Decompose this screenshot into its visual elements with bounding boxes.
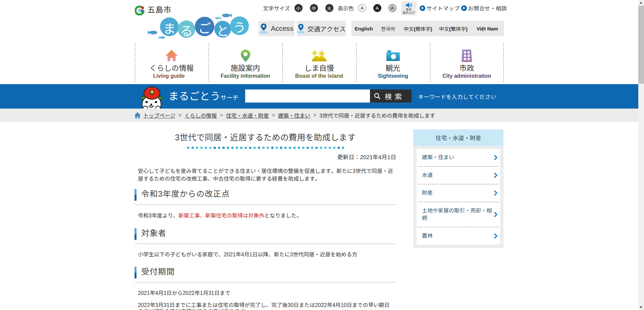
svg-text:ご: ご [198,18,211,37]
svg-text:る: る [180,21,193,39]
svg-text:ま: ま [163,18,175,37]
svg-text:う: う [233,17,246,36]
svg-text:と: と [216,21,229,39]
